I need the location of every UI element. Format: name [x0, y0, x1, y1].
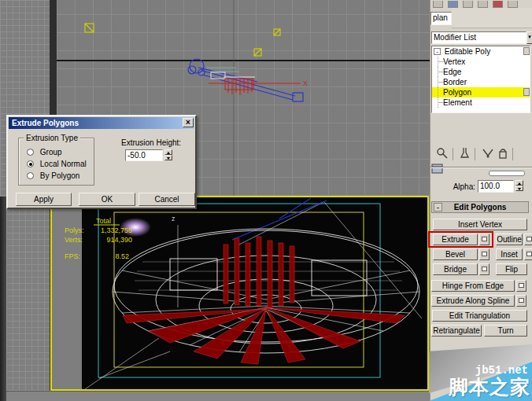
extrude-along-spline-button[interactable]: Extrude Along Spline: [431, 295, 515, 307]
alpha-label: Alpha:: [438, 182, 475, 191]
turn-button[interactable]: Turn: [484, 325, 527, 337]
radio-local-normal[interactable]: Local Normal: [27, 160, 87, 168]
apply-button[interactable]: Apply: [16, 193, 72, 206]
cancel-button[interactable]: Cancel: [139, 193, 195, 206]
bevel-settings-button[interactable]: [479, 248, 490, 260]
inset-settings-button[interactable]: [524, 248, 532, 260]
stack-icon-box[interactable]: [523, 47, 530, 55]
extrusion-height-spinner[interactable]: [164, 149, 172, 160]
svg-text:1,332,755: 1,332,755: [101, 226, 132, 234]
retriangulate-button[interactable]: Retriangulate: [431, 325, 482, 337]
configure-modifier-sets-icon[interactable]: [430, 162, 445, 176]
stack-item-vertex[interactable]: Vertex: [432, 57, 530, 67]
pin-stack-icon[interactable]: [435, 146, 449, 160]
rollout-edit-polygons[interactable]: - Edit Polygons: [431, 201, 529, 213]
stack-item-border[interactable]: Border: [432, 77, 530, 87]
make-unique-icon[interactable]: [481, 146, 495, 160]
outline-settings-button[interactable]: [524, 234, 532, 245]
hinge-settings-button[interactable]: [516, 280, 526, 292]
svg-text:Verts:: Verts:: [65, 236, 83, 244]
bridge-settings-button[interactable]: [479, 263, 490, 275]
panel-blank-area: [452, 8, 532, 28]
hinge-from-edge-button[interactable]: Hinge From Edge: [431, 280, 515, 292]
viewport-camera-active[interactable]: z: [50, 196, 429, 391]
status-bar: [0, 391, 430, 401]
svg-text:FPS:: FPS:: [65, 252, 80, 260]
outline-button[interactable]: Outline: [496, 234, 523, 245]
extrusion-height-label: Extrusion Height:: [121, 138, 181, 147]
command-panel: plan Modifier List ▾ - Editable Poly Ver…: [430, 0, 532, 401]
radio-icon[interactable]: [27, 172, 34, 179]
extrusion-height-field[interactable]: -50.0: [125, 149, 163, 161]
group-title: Extrusion Type: [24, 134, 80, 142]
extrude-highlight-annotation: [428, 231, 493, 248]
stack-item-element[interactable]: Element: [432, 97, 530, 108]
svg-text:8.52: 8.52: [115, 252, 129, 260]
extrude-polygons-dialog: Extrude Polygons × Extrusion Type Group …: [6, 115, 197, 209]
dialog-title-bar[interactable]: Extrude Polygons: [9, 117, 194, 129]
application-window: X: [0, 0, 532, 401]
stack-icon-box[interactable]: [523, 88, 530, 96]
insert-vertex-button[interactable]: Insert Vertex: [433, 219, 527, 230]
close-icon[interactable]: ×: [183, 118, 194, 127]
radio-by-polygon[interactable]: By Polygon: [27, 171, 79, 180]
rotate-gizmo-icon[interactable]: [188, 59, 303, 101]
alpha-spinner[interactable]: [515, 180, 523, 191]
edit-triangulation-button[interactable]: Edit Triangulation: [432, 310, 527, 322]
stack-item-polygon-selected[interactable]: Polygon: [432, 87, 530, 97]
bridge-button[interactable]: Bridge: [433, 263, 478, 275]
svg-text:Total: Total: [96, 217, 111, 225]
flip-button[interactable]: Flip: [496, 263, 527, 275]
radio-icon[interactable]: [27, 149, 34, 156]
extrude-along-spline-settings-button[interactable]: [516, 295, 526, 307]
stack-toolbar: [430, 146, 532, 165]
watermark-name: 脚本之家: [449, 374, 530, 400]
ok-button[interactable]: OK: [79, 193, 135, 206]
radio-selected-icon[interactable]: [27, 160, 34, 167]
bevel-button[interactable]: Bevel: [433, 248, 478, 260]
remove-modifier-icon[interactable]: [497, 146, 509, 160]
x-axis-label: X: [303, 79, 308, 87]
slider-fragment[interactable]: [489, 171, 525, 176]
watermark: jb51.net 脚本之家: [429, 344, 532, 401]
alpha-field[interactable]: 100.0: [478, 180, 514, 193]
svg-text:Polys:: Polys:: [65, 226, 84, 234]
collapse-icon[interactable]: -: [434, 203, 442, 212]
dummy-helper-icons[interactable]: [85, 24, 280, 56]
svg-text:914,390: 914,390: [106, 236, 132, 244]
stack-item-edge[interactable]: Edge: [432, 67, 530, 77]
inset-button[interactable]: Inset: [496, 248, 523, 260]
object-name-field[interactable]: plan: [430, 12, 452, 25]
expander-icon[interactable]: -: [434, 48, 441, 55]
modifier-list-dropdown[interactable]: Modifier List: [431, 31, 526, 44]
modifier-list-arrow-button[interactable]: ▾: [526, 31, 532, 44]
radio-group[interactable]: Group: [27, 148, 62, 156]
modifier-stack[interactable]: - Editable Poly Vertex Edge Border Polyg…: [431, 46, 530, 113]
show-end-result-icon[interactable]: [459, 146, 471, 160]
selected-object-wireframe[interactable]: [206, 68, 255, 95]
extrusion-type-group: Extrusion Type Group Local Normal By Pol…: [18, 138, 94, 186]
stack-item-editable-poly[interactable]: - Editable Poly: [432, 46, 530, 57]
window-edge: [0, 197, 6, 401]
panel-divider: [430, 167, 532, 168]
camera-scene: z: [52, 197, 427, 389]
z-axis-label: z: [172, 215, 175, 223]
